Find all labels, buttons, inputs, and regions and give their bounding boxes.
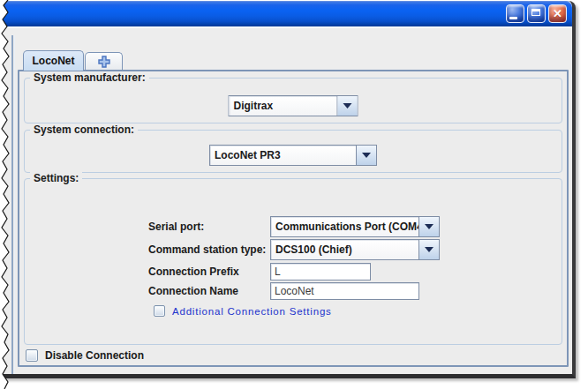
preferences-window: ✕ LocoNet System manufacturer: Digitrax (3, 1, 576, 378)
dropdown-value: Communications Port (COM4) (271, 217, 419, 236)
disable-connection-row: Disable Connection (26, 348, 144, 363)
close-button[interactable]: ✕ (548, 4, 567, 23)
settings-group: Settings: Serial port: Communications Po… (24, 178, 562, 345)
disable-connection-checkbox[interactable] (26, 349, 38, 362)
minimize-button[interactable] (506, 4, 524, 23)
window-close-icon: ✕ (549, 5, 566, 22)
window-minimize-icon (509, 17, 517, 19)
chevron-down-icon (338, 96, 358, 116)
serial-port-row: Serial port: Communications Port (COM4) (148, 216, 440, 237)
sidebar-divider (11, 35, 15, 374)
window-maximize-icon (531, 9, 540, 16)
connection-name-input[interactable] (270, 282, 419, 300)
system-manufacturer-group: System manufacturer: Digitrax (24, 78, 562, 123)
add-tab-icon (98, 56, 110, 68)
tab-add-connection[interactable] (85, 52, 123, 71)
disable-connection-label: Disable Connection (45, 349, 144, 362)
chevron-down-icon (419, 217, 439, 236)
connection-name-row: Connection Name (148, 282, 419, 300)
window-titlebar[interactable]: ✕ (3, 1, 572, 26)
serial-port-dropdown[interactable]: Communications Port (COM4) (270, 216, 440, 237)
command-station-row: Command station type: DCS100 (Chief) (148, 239, 440, 260)
serial-port-label: Serial port: (148, 221, 270, 233)
chevron-down-icon (419, 240, 439, 259)
additional-settings-label: Additional Connection Settings (172, 306, 332, 317)
system-connection-group: System connection: LocoNet PR3 (24, 130, 562, 173)
group-title: System connection: (30, 123, 138, 137)
connection-prefix-row: Connection Prefix (148, 263, 371, 281)
connection-prefix-input[interactable] (270, 263, 371, 281)
connection-tab-panel: System manufacturer: Digitrax System con… (18, 70, 569, 367)
maximize-button[interactable] (527, 4, 546, 23)
chevron-down-icon (357, 146, 376, 165)
group-title: System manufacturer: (30, 71, 149, 85)
tab-label: LocoNet (33, 55, 75, 67)
tab-loconet[interactable]: LocoNet (23, 50, 84, 71)
dropdown-value: DCS100 (Chief) (271, 240, 419, 259)
command-station-label: Command station type: (148, 243, 270, 256)
dropdown-value: Digitrax (230, 96, 338, 116)
dropdown-value: LocoNet PR3 (210, 146, 357, 165)
system-manufacturer-dropdown[interactable]: Digitrax (229, 95, 358, 116)
connection-prefix-label: Connection Prefix (148, 266, 270, 278)
connection-name-label: Connection Name (148, 285, 270, 297)
command-station-dropdown[interactable]: DCS100 (Chief) (270, 239, 440, 260)
window-content: LocoNet System manufacturer: Digitrax Sy… (3, 26, 572, 374)
system-connection-dropdown[interactable]: LocoNet PR3 (209, 145, 377, 166)
additional-settings-row: Additional Connection Settings (154, 305, 332, 317)
additional-settings-checkbox[interactable] (154, 305, 165, 317)
group-title: Settings: (30, 172, 82, 185)
window-controls: ✕ (506, 4, 567, 23)
